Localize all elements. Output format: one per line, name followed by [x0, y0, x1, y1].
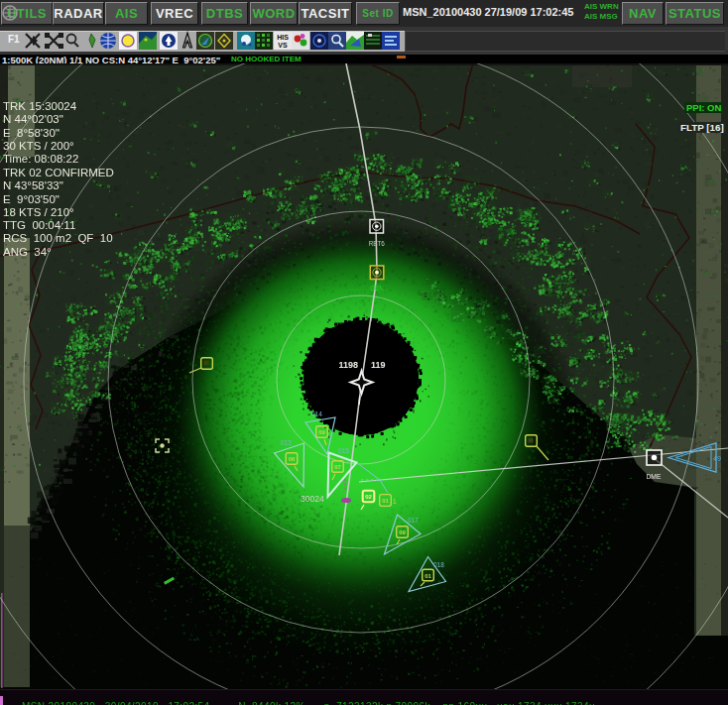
svg-text:119: 119: [371, 360, 386, 370]
svg-text:07: 07: [334, 464, 341, 470]
svg-text:014: 014: [311, 411, 322, 417]
svg-text:HIS: HIS: [277, 34, 289, 41]
svg-text:06: 06: [289, 456, 296, 462]
svg-text:018: 018: [433, 561, 444, 568]
svg-text:02: 02: [365, 494, 372, 500]
svg-text:1198: 1198: [338, 360, 358, 370]
svg-text:GEN: GEN: [370, 285, 384, 292]
svg-text:017: 017: [408, 517, 419, 524]
svg-text:015: 015: [338, 447, 349, 454]
svg-text:VS: VS: [278, 42, 288, 49]
svg-text:01: 01: [382, 498, 389, 504]
svg-text:01: 01: [425, 573, 431, 579]
svg-text:1: 1: [393, 498, 397, 505]
svg-text:09: 09: [318, 429, 325, 435]
svg-text:09: 09: [399, 529, 406, 535]
svg-text:30024: 30024: [301, 494, 324, 504]
svg-text:RBT6: RBT6: [369, 240, 386, 247]
svg-text:49: 49: [713, 455, 721, 462]
svg-text:DME: DME: [646, 473, 662, 480]
svg-text:013: 013: [281, 439, 292, 446]
